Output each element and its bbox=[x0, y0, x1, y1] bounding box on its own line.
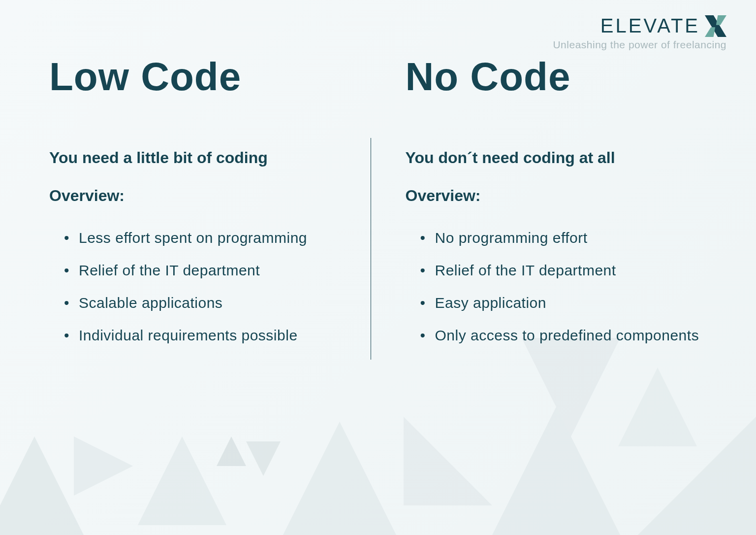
svg-marker-13 bbox=[705, 27, 715, 37]
list-item: Relief of the IT department bbox=[420, 262, 707, 279]
list-item: Relief of the IT department bbox=[64, 262, 351, 279]
list-item: Individual requirements possible bbox=[64, 327, 351, 344]
svg-marker-2 bbox=[138, 436, 226, 525]
svg-marker-7 bbox=[482, 407, 630, 535]
list-item: Less effort spent on programming bbox=[64, 230, 351, 246]
low-code-overview-label: Overview: bbox=[49, 187, 351, 205]
low-code-points: Less effort spent on programming Relief … bbox=[49, 230, 351, 344]
no-code-column: No Code You don´t need coding at all Ove… bbox=[371, 54, 707, 360]
svg-marker-5 bbox=[276, 422, 404, 535]
svg-marker-3 bbox=[217, 436, 246, 466]
comparison-content: Low Code You need a little bit of coding… bbox=[49, 54, 707, 360]
low-code-column: Low Code You need a little bit of coding… bbox=[49, 54, 371, 360]
brand-logo: ELEVATE bbox=[553, 15, 726, 37]
low-code-title: Low Code bbox=[49, 54, 351, 100]
list-item: Only access to predefined components bbox=[420, 327, 707, 344]
brand-name: ELEVATE bbox=[600, 15, 700, 37]
no-code-subtitle: You don´t need coding at all bbox=[406, 149, 707, 167]
svg-marker-10 bbox=[618, 368, 697, 446]
no-code-points: No programming effort Relief of the IT d… bbox=[406, 230, 707, 344]
svg-marker-0 bbox=[0, 436, 89, 535]
brand-header: ELEVATE Unleashing the power of freelanc… bbox=[553, 15, 726, 51]
no-code-title: No Code bbox=[406, 54, 707, 100]
svg-marker-6 bbox=[404, 417, 492, 505]
list-item: Scalable applications bbox=[64, 295, 351, 311]
no-code-overview-label: Overview: bbox=[406, 187, 707, 205]
svg-marker-4 bbox=[246, 441, 281, 476]
list-item: No programming effort bbox=[420, 230, 707, 246]
list-item: Easy application bbox=[420, 295, 707, 311]
low-code-subtitle: You need a little bit of coding bbox=[49, 149, 351, 167]
svg-marker-1 bbox=[74, 436, 133, 496]
svg-marker-12 bbox=[716, 15, 726, 25]
brand-x-icon bbox=[705, 15, 726, 37]
brand-tagline: Unleashing the power of freelancing bbox=[553, 39, 726, 51]
svg-marker-9 bbox=[608, 387, 756, 535]
